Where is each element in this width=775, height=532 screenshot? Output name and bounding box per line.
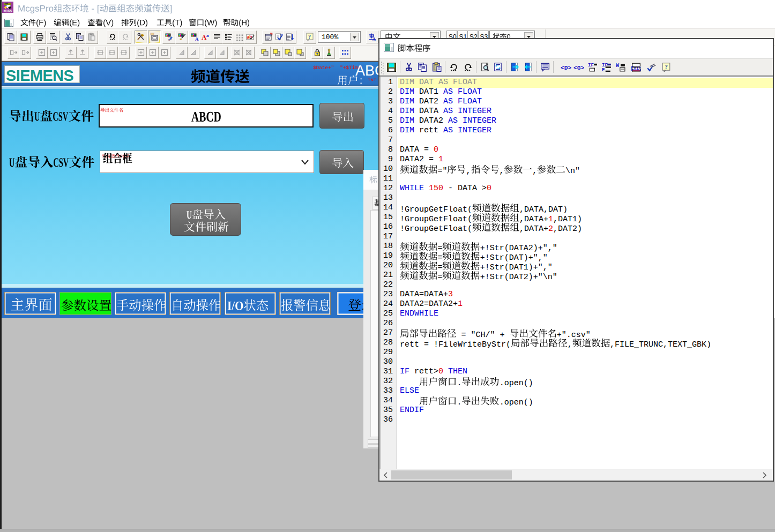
svg-text:<G>: <G> — [573, 65, 584, 71]
svg-text:?: ? — [308, 34, 311, 40]
svg-text:T: T — [316, 53, 318, 56]
svg-text:A: A — [195, 36, 199, 41]
svg-text:<D>: <D> — [561, 65, 571, 71]
svg-text:a: a — [206, 33, 209, 38]
svg-text:E: E — [602, 68, 605, 72]
svg-text:IF: IF — [588, 63, 594, 68]
svg-text:?: ? — [665, 63, 668, 70]
svg-text:W: W — [616, 63, 620, 69]
svg-text:A: A — [372, 37, 376, 42]
svg-text:MCGS: MCGS — [4, 10, 12, 13]
